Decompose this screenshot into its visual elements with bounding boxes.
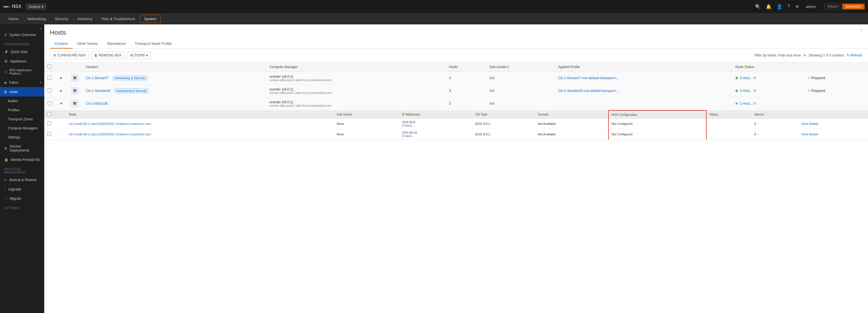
sub-row2-dots: ⋮	[54, 129, 66, 139]
quick-start-label: Quick Start	[11, 50, 28, 54]
row1-refresh-icon[interactable]: ↻	[753, 76, 756, 80]
tab-clusters[interactable]: Clusters	[50, 39, 73, 49]
table-header-row: Clusters Compute Manager Hosts Sub-clust…	[44, 62, 868, 72]
upgrade-label: Upgrade	[8, 187, 21, 191]
tab-other-nodes[interactable]: Other Nodes	[73, 39, 103, 49]
refresh-icon: ↻	[847, 53, 849, 57]
sidebar-item-identity-firewall[interactable]: 🔒 Identity Firewall AD	[0, 155, 44, 164]
question-circle-icon[interactable]: ?	[787, 4, 790, 9]
row3-host-count[interactable]: 2 Host...	[740, 102, 752, 105]
row2-set-link[interactable]: Set	[489, 89, 494, 93]
filter-icon[interactable]: ≡	[804, 53, 806, 58]
sidebar-item-upgrade[interactable]: ↑ Upgrade	[0, 184, 44, 194]
row2-cluster-name[interactable]: Cls-2-Standard3	[86, 89, 110, 93]
sidebar-item-quick-start[interactable]: ⚡ Quick Start	[0, 47, 44, 57]
sidebar-item-system-overview[interactable]: ⊙ System Overview	[0, 30, 44, 39]
row1-compute-manager-name: vcenter (v8.0.1)	[270, 75, 442, 79]
sidebar-collapse-icon[interactable]: «	[40, 27, 42, 31]
row2-compute-manager-name: vcenter (v8.0.1)	[270, 87, 442, 91]
hosts-icon: ⊞	[4, 90, 7, 94]
sub-row2-node-link[interactable]: cls-3-std3-db-2.sub11292025421.vcndemo1.…	[69, 132, 151, 136]
refresh-button[interactable]: ↻ Refresh	[847, 53, 862, 57]
nav-system[interactable]: System	[140, 15, 160, 23]
search-icon[interactable]: 🔍	[755, 4, 761, 9]
row2-checkbox[interactable]	[48, 89, 52, 93]
row2-expand-button[interactable]: ►	[58, 88, 64, 93]
tab-transport-node-profile[interactable]: Transport Node Profile	[130, 39, 176, 49]
row1-expand-button[interactable]: ►	[58, 75, 64, 81]
nav-security[interactable]: Security	[51, 15, 72, 23]
sidebar-item-backup-restore[interactable]: ↩ Backup & Restore	[0, 175, 44, 184]
sub-row2-cb[interactable]	[47, 132, 51, 136]
sidebar-item-appliances[interactable]: 🖥 Appliances	[0, 57, 44, 66]
sub-table-row-2: ⋮ cls-3-std3-db-2.sub11292025421.vcndemo…	[44, 129, 868, 139]
bell-icon[interactable]: 🔔	[766, 4, 772, 9]
sub-select-all[interactable]	[47, 112, 51, 116]
sidebar-item-nodes[interactable]: Nodes	[0, 96, 44, 105]
sidebar-item-fabric[interactable]: ◈ Fabric	[0, 78, 44, 87]
row3-set-link[interactable]: Set	[489, 102, 494, 105]
row2-host-count[interactable]: 3 Host...	[740, 89, 752, 93]
sub-row1-node-link[interactable]: cls-3-std3-db-1.sub11292025421.vcndemo1.…	[69, 122, 151, 125]
sub-row1-more-link[interactable]: 4 more...	[402, 124, 470, 127]
row2-status-dot	[736, 90, 738, 92]
sub-row2-view-details-link[interactable]: View Details	[801, 132, 818, 136]
row1-cluster-name[interactable]: Cls-1-DenseX7	[86, 76, 108, 80]
sidebar-item-hosts[interactable]: ⊞ Hosts	[0, 87, 44, 96]
transport-zones-label: Transport Zones	[8, 117, 33, 121]
configure-nsx-button[interactable]: ⚙ CONFIGURE NSX	[50, 52, 89, 59]
nav-networking[interactable]: Networking	[24, 15, 50, 23]
tab-standalone[interactable]: Standalone	[102, 39, 130, 49]
nsx-app-platform-icon: ⬡	[4, 70, 7, 74]
cluster-row-1: ► 🛠 Cls-1-DenseX7 Networking & Security …	[44, 72, 868, 85]
user-circle-icon[interactable]: 👤	[777, 4, 782, 9]
row2-profile-link[interactable]: Cls-2-Standard3-nsx-default-transport-..…	[558, 89, 619, 93]
actions-chevron-icon: ▾	[146, 53, 148, 57]
sub-row2-dots-menu[interactable]: ⋮	[57, 132, 63, 136]
row1-host-count[interactable]: 3 Host...	[740, 76, 752, 80]
row2-compute-manager-cell: vcenter (v8.0.1) vcenter-sddc-prod-1.sdd…	[266, 85, 446, 97]
sidebar-item-compute-managers[interactable]: Compute Managers	[0, 124, 44, 133]
nav-home[interactable]: Home	[4, 15, 23, 23]
sub-row1-dots-menu[interactable]: ⋮	[57, 121, 63, 126]
row1-checkbox[interactable]	[48, 76, 52, 80]
sub-row1-view-details-link[interactable]: View Details	[801, 122, 818, 125]
nav-plan-troubleshoot[interactable]: Plan & Troubleshoot	[98, 15, 139, 23]
row3-cluster-name[interactable]: Cls-3-Std3-DB	[86, 102, 107, 105]
sub-row1-nsx-config: Not Configured	[609, 119, 706, 129]
remove-nsx-button[interactable]: 🗑 REMOVE NSX	[91, 52, 125, 59]
row2-refresh-icon[interactable]: ↻	[753, 89, 756, 93]
sidebar-item-settings[interactable]: Settings	[0, 133, 44, 142]
nsx-app-platform-label: NSX Application Platform	[9, 68, 40, 75]
sidebar-item-transport-zones[interactable]: Transport Zones	[0, 115, 44, 124]
sub-row2-more-link[interactable]: 4 more...	[402, 134, 470, 137]
env-selector[interactable]: Default ▾	[26, 3, 46, 10]
sidebar-item-migrate[interactable]: → Migrate	[0, 194, 44, 203]
row3-expand-button[interactable]: ▼	[58, 101, 64, 106]
row3-checkbox[interactable]	[48, 101, 52, 105]
configure-nsx-icon: ⚙	[53, 53, 56, 57]
sidebar-item-service-deployments[interactable]: ⚙ Service Deployments	[0, 142, 44, 155]
sun-icon[interactable]: ☀	[795, 4, 799, 9]
showing-text: Showing 3 of 3 clusters	[809, 53, 844, 57]
manager-button[interactable]: MANAGER	[842, 4, 865, 9]
sub-row2-nsx-config: Not Configured	[609, 129, 706, 139]
sub-row1-cb[interactable]	[47, 121, 51, 125]
help-icon[interactable]: ?	[860, 29, 862, 34]
system-overview-label: System Overview	[9, 33, 36, 37]
sidebar: « ⊙ System Overview Configuration ⚡ Quic…	[0, 24, 44, 313]
select-all-checkbox[interactable]	[48, 64, 52, 68]
row1-set-link[interactable]: Set	[489, 76, 494, 80]
info-icon: ℹ	[507, 65, 509, 69]
sub-row2-subcluster: None	[334, 129, 399, 139]
row3-refresh-icon[interactable]: ↻	[753, 102, 756, 105]
row1-profile-link[interactable]: Cls-1-DenseX7-nsx-default-transport-n...	[558, 76, 619, 80]
sidebar-item-profiles[interactable]: Profiles	[0, 105, 44, 115]
policy-button[interactable]: POLICY	[824, 4, 842, 9]
profiles-label: Profiles	[8, 108, 19, 112]
nav-inventory[interactable]: Inventory	[73, 15, 96, 23]
sidebar-item-nsx-app-platform[interactable]: ⬡ NSX Application Platform	[0, 66, 44, 78]
actions-button[interactable]: ACTIONS ▾	[127, 52, 151, 59]
row2-prepared-icon: ✔	[807, 89, 810, 93]
row1-cluster-icon: 🛠	[71, 74, 79, 82]
